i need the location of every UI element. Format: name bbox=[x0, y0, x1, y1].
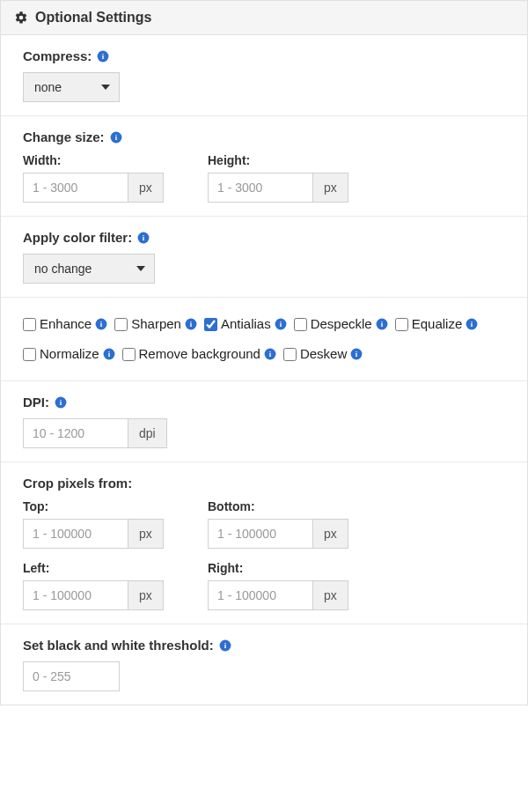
width-label: Width: bbox=[23, 153, 199, 167]
flags-section: Enhance i Sharpen i Antialias i Despeckl… bbox=[1, 298, 527, 381]
color-filter-section: Apply color filter: i no change bbox=[1, 217, 527, 298]
sharpen-checkbox[interactable] bbox=[114, 318, 128, 331]
crop-left-input[interactable] bbox=[23, 580, 128, 610]
normalize-checkbox[interactable] bbox=[23, 348, 36, 361]
height-label: Height: bbox=[208, 153, 384, 167]
info-icon[interactable]: i bbox=[137, 232, 150, 244]
info-icon[interactable]: i bbox=[55, 396, 67, 409]
crop-right-input[interactable] bbox=[208, 580, 313, 610]
panel-header: Optional Settings bbox=[1, 1, 527, 35]
dpi-unit: dpi bbox=[128, 418, 167, 448]
bw-threshold-section: Set black and white threshold: i bbox=[1, 624, 527, 705]
remove-background-checkbox[interactable] bbox=[122, 348, 136, 361]
crop-top-input[interactable] bbox=[23, 519, 128, 549]
normalize-label: Normalize bbox=[40, 341, 99, 367]
equalize-label: Equalize bbox=[412, 311, 463, 337]
info-icon[interactable]: i bbox=[95, 318, 107, 330]
crop-bottom-label: Bottom: bbox=[208, 499, 384, 513]
info-icon[interactable]: i bbox=[185, 318, 197, 330]
crop-left-label: Left: bbox=[23, 561, 199, 575]
compress-section: Compress: i none bbox=[1, 35, 527, 116]
info-icon[interactable]: i bbox=[110, 131, 122, 144]
despeckle-checkbox[interactable] bbox=[294, 318, 307, 331]
color-filter-select[interactable]: no change bbox=[23, 254, 155, 284]
crop-left-unit: px bbox=[128, 580, 164, 610]
info-icon[interactable]: i bbox=[264, 348, 276, 360]
panel-title: Optional Settings bbox=[35, 10, 151, 26]
change-size-section: Change size: i Width: px Height: px bbox=[1, 116, 527, 217]
crop-bottom-unit: px bbox=[313, 519, 348, 549]
enhance-checkbox[interactable] bbox=[23, 318, 36, 331]
sharpen-label: Sharpen bbox=[131, 311, 181, 337]
info-icon[interactable]: i bbox=[97, 50, 109, 63]
antialias-label: Antialias bbox=[221, 311, 271, 337]
width-unit: px bbox=[128, 173, 164, 203]
color-filter-label: Apply color filter: bbox=[23, 230, 132, 245]
change-size-label: Change size: bbox=[23, 129, 105, 144]
equalize-checkbox[interactable] bbox=[395, 318, 408, 331]
width-input[interactable] bbox=[23, 173, 128, 203]
info-icon[interactable]: i bbox=[103, 348, 115, 360]
info-icon[interactable]: i bbox=[466, 318, 478, 330]
dpi-input[interactable] bbox=[23, 418, 128, 448]
info-icon[interactable]: i bbox=[219, 639, 231, 652]
info-icon[interactable]: i bbox=[275, 318, 287, 330]
height-unit: px bbox=[313, 173, 348, 203]
bw-threshold-input[interactable] bbox=[23, 661, 120, 691]
info-icon[interactable]: i bbox=[376, 318, 388, 330]
deskew-label: Deskew bbox=[300, 341, 347, 367]
height-input[interactable] bbox=[208, 173, 313, 203]
compress-label: Compress: bbox=[23, 48, 92, 63]
crop-top-unit: px bbox=[128, 519, 164, 549]
crop-right-label: Right: bbox=[208, 561, 384, 575]
compress-select[interactable]: none bbox=[23, 72, 120, 102]
crop-bottom-input[interactable] bbox=[208, 519, 313, 549]
dpi-label: DPI: bbox=[23, 395, 49, 410]
antialias-checkbox[interactable] bbox=[204, 318, 217, 331]
enhance-label: Enhance bbox=[40, 311, 92, 337]
remove-background-label: Remove background bbox=[139, 341, 260, 367]
despeckle-label: Despeckle bbox=[311, 311, 372, 337]
bw-threshold-label: Set black and white threshold: bbox=[23, 638, 214, 653]
dpi-section: DPI: i dpi bbox=[1, 381, 527, 462]
info-icon[interactable]: i bbox=[350, 348, 363, 360]
gear-icon bbox=[14, 11, 28, 25]
crop-label: Crop pixels from: bbox=[23, 476, 132, 491]
crop-section: Crop pixels from: Top: px Bottom: px Lef… bbox=[1, 462, 527, 624]
optional-settings-panel: Optional Settings Compress: i none Chang… bbox=[0, 0, 528, 705]
deskew-checkbox[interactable] bbox=[283, 348, 297, 361]
crop-top-label: Top: bbox=[23, 499, 199, 513]
crop-right-unit: px bbox=[313, 580, 348, 610]
